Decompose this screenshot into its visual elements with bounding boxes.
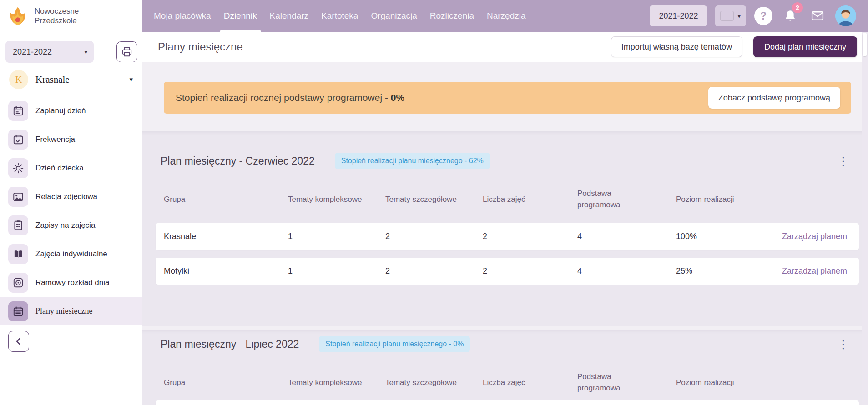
plan-table-header: Grupa Tematy kompleksowe Tematy szczegół…	[156, 371, 859, 394]
plan-progress-badge: Stopień realizacji planu miesięcznego - …	[319, 336, 470, 352]
sidebar-year-select[interactable]: 2021-2022 ▾	[5, 41, 94, 63]
open-book-icon	[12, 248, 24, 260]
sidebar-year-value: 2021-2022	[13, 47, 52, 57]
calendar-plan-icon	[12, 105, 24, 117]
banner-text: Stopień realizacji rocznej podstawy prog…	[176, 92, 404, 103]
photo-icon	[12, 191, 24, 203]
cell-core-curriculum: 4	[577, 266, 676, 276]
main-nav: Moja placówka Dziennik Kalendarz Kartote…	[147, 0, 532, 32]
sidebar-item-zajecia-indywidualne[interactable]: Zajęcia indywidualne	[0, 240, 142, 268]
group-avatar: K	[9, 70, 28, 89]
sidebar-item-frekwencja[interactable]: Frekwencja	[0, 125, 142, 154]
nav-item-moja-placowka[interactable]: Moja placówka	[147, 0, 217, 32]
plan-row-motylki: Motylki 1 2 2 4 25% Zarządzaj planem	[156, 258, 859, 285]
clipboard-icon	[12, 220, 24, 231]
col-podstawa-programowa: Podstawa programowa	[577, 371, 631, 394]
sidebar-top: 2021-2022 ▾	[0, 32, 142, 63]
sidebar-item-zaplanuj-dzien[interactable]: Zaplanuj dzień	[0, 96, 142, 125]
col-liczba-zajec: Liczba zajęć	[483, 378, 577, 387]
topbar-controls: 2021-2022 ▾ ? 2	[650, 0, 868, 32]
scrollbar-thumb[interactable]	[863, 33, 867, 56]
printer-icon	[121, 46, 133, 58]
manage-plan-link[interactable]: Zarządzaj planem	[782, 266, 847, 276]
cell-core-curriculum: 4	[577, 232, 676, 241]
plan-progress-badge: Stopień realizacji planu miesięcznego - …	[335, 153, 490, 169]
app-logo-area[interactable]: Nowoczesne Przedszkole	[0, 0, 142, 32]
chevron-down-icon: ▾	[129, 75, 133, 84]
attendance-check-icon	[12, 134, 24, 145]
sidebar-collapse-button[interactable]	[8, 331, 29, 352]
cell-complex-topics: 1	[288, 266, 385, 276]
poland-flag-icon	[721, 11, 733, 20]
cell-detailed-topics: 2	[385, 232, 483, 241]
vertical-scrollbar[interactable]	[862, 32, 868, 405]
col-grupa: Grupa	[164, 195, 288, 204]
nav-item-dziennik[interactable]: Dziennik	[217, 0, 263, 32]
cell-realization: 25%	[676, 266, 782, 276]
school-year-button[interactable]: 2021-2022	[650, 5, 707, 26]
monthly-plans-icon	[12, 305, 24, 317]
manage-plan-link[interactable]: Zarządzaj planem	[782, 232, 847, 241]
plan-menu-button[interactable]: ⋮	[833, 154, 853, 169]
col-grupa: Grupa	[164, 378, 288, 387]
help-button[interactable]: ?	[754, 7, 772, 25]
sidebar-item-plany-miesieczne[interactable]: Plany miesięczne	[0, 297, 142, 325]
col-tematy-szczegolowe: Tematy szczegółowe	[385, 195, 483, 204]
nav-item-kalendarz[interactable]: Kalendarz	[263, 0, 315, 32]
page-header-actions: Importuj własną bazę tematów Dodaj plan …	[611, 36, 857, 57]
user-avatar-image	[835, 5, 856, 26]
messages-button[interactable]	[808, 6, 827, 25]
col-tematy-szczegolowe: Tematy szczegółowe	[385, 378, 483, 387]
banner-percent: 0%	[391, 92, 404, 103]
cell-complex-topics: 1	[288, 232, 385, 241]
question-mark-icon: ?	[760, 10, 767, 22]
sidebar-item-zapisy-na-zajecia[interactable]: Zapisy na zajęcia	[0, 211, 142, 240]
sidebar-item-ramowy-rozklad-dnia[interactable]: Ramowy rozkład dnia	[0, 268, 142, 297]
view-core-curriculum-button[interactable]: Zobacz podstawę programową	[708, 87, 840, 109]
plan-section-lipiec-2022: Plan miesięczny - Lipiec 2022 Stopień re…	[142, 330, 868, 405]
notification-badge: 2	[792, 2, 803, 13]
col-tematy-kompleksowe: Tematy kompleksowe	[288, 195, 385, 204]
plan-title: Plan miesięczny - Czerwiec 2022	[161, 155, 315, 167]
app-title: Nowoczesne Przedszkole	[35, 6, 86, 26]
cell-class-count: 2	[483, 232, 577, 241]
yearly-curriculum-progress-banner: Stopień realizacji rocznej podstawy prog…	[164, 82, 851, 114]
col-poziom-realizacji: Poziom realizacji	[676, 195, 847, 204]
cell-realization: 100%	[676, 232, 782, 241]
sidebar: 2021-2022 ▾ K Krasnale ▾	[0, 32, 142, 405]
sidebar-menu: Zaplanuj dzień Frekwencja	[0, 96, 142, 325]
group-selector[interactable]: K Krasnale ▾	[0, 63, 142, 89]
plan-row-empty	[156, 400, 859, 405]
cell-detailed-topics: 2	[385, 266, 483, 276]
chevron-left-icon	[13, 335, 25, 347]
plan-row-krasnale: Krasnale 1 2 2 4 100% Zarządzaj planem	[156, 223, 859, 250]
col-liczba-zajec: Liczba zajęć	[483, 195, 577, 204]
user-avatar[interactable]	[835, 5, 856, 26]
col-tematy-kompleksowe: Tematy kompleksowe	[288, 378, 385, 387]
add-monthly-plan-button[interactable]: Dodaj plan miesięczny	[753, 36, 857, 57]
chevron-down-icon: ▾	[84, 49, 87, 55]
sidebar-item-dzien-dziecka[interactable]: Dzień dziecka	[0, 154, 142, 182]
col-poziom-realizacji: Poziom realizacji	[676, 378, 847, 387]
plan-table-header: Grupa Tematy kompleksowe Tematy szczegół…	[156, 188, 859, 210]
top-navigation-bar: Nowoczesne Przedszkole Moja placówka Dzi…	[0, 0, 868, 32]
page-header: Plany miesięczne Importuj własną bazę te…	[142, 32, 868, 62]
plan-title: Plan miesięczny - Lipiec 2022	[161, 338, 299, 350]
nav-item-rozliczenia[interactable]: Rozliczenia	[424, 0, 480, 32]
language-selector[interactable]: ▾	[715, 5, 746, 26]
notifications-button[interactable]: 2	[781, 6, 800, 25]
app-logo-icon	[7, 5, 28, 26]
sidebar-item-relacja-zdjeciowa[interactable]: Relacja zdjęciowa	[0, 182, 142, 211]
plan-menu-button[interactable]: ⋮	[833, 337, 853, 352]
nav-item-kartoteka[interactable]: Kartoteka	[315, 0, 364, 32]
nav-item-organizacja[interactable]: Organizacja	[364, 0, 423, 32]
print-button[interactable]	[116, 41, 137, 62]
col-podstawa-programowa: Podstawa programowa	[577, 188, 631, 210]
cell-group: Motylki	[164, 266, 288, 276]
nav-item-narzedzia[interactable]: Narzędzia	[480, 0, 532, 32]
envelope-icon	[811, 9, 824, 23]
import-topics-button[interactable]: Importuj własną bazę tematów	[611, 36, 742, 57]
group-name: Krasnale	[35, 74, 70, 85]
plan-section-czerwiec-2022: Plan miesięczny - Czerwiec 2022 Stopień …	[142, 131, 868, 326]
cell-class-count: 2	[483, 266, 577, 276]
